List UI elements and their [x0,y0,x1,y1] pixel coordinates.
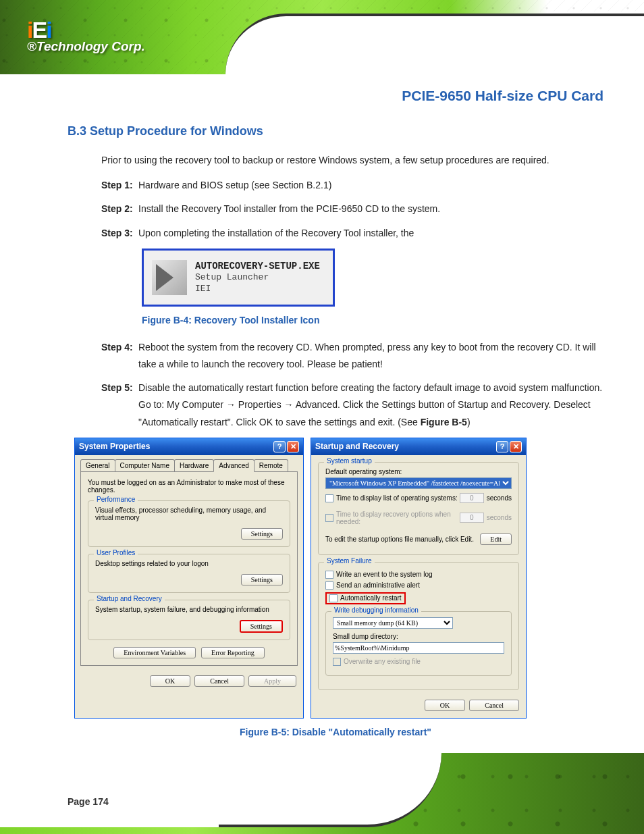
tab-remote[interactable]: Remote [254,459,288,471]
ok-button[interactable]: OK [425,700,465,711]
installer-icon [152,260,187,295]
footer-curve [219,753,441,827]
profiles-desc: Desktop settings related to your logon [95,560,283,567]
intro-paragraph: Prior to using the recovery tool to back… [101,152,603,169]
error-reporting-button[interactable]: Error Reporting [201,647,265,658]
arrow-icon: → [226,399,236,410]
auto-restart-highlight: Automatically restart [325,592,406,604]
sysprop-titlebar[interactable]: System Properties ? ✕ [75,438,303,455]
profiles-settings-button[interactable]: Settings [241,574,283,585]
write-event-checkbox[interactable] [325,571,333,579]
auto-restart-label: Automatically restart [340,594,402,602]
setup-exe-figure: AUTORECOVERY-SETUP.EXE Setup Launcher IE… [142,249,335,307]
tab-general[interactable]: General [80,459,115,471]
default-os-label: Default operating system: [325,468,512,475]
tab-computer-name[interactable]: Computer Name [115,459,175,471]
system-failure-title: System Failure [324,557,375,565]
display-recovery-checkbox [325,514,333,522]
advanced-panel: You must be logged on as an Administrato… [80,471,298,666]
sysprop-tabs: General Computer Name Hardware Advanced … [75,455,303,471]
display-recovery-label: Time to display recovery options when ne… [336,511,460,525]
section-heading: B.3 Setup Procedure for Windows [68,124,603,138]
step-3: Upon completing the installation of the … [101,225,603,242]
step-5: Disable the automatically restart functi… [101,380,603,431]
cancel-button[interactable]: Cancel [194,675,244,687]
overwrite-checkbox [333,658,341,666]
performance-group: Performance Visual effects, processor sc… [88,500,290,547]
close-icon[interactable]: ✕ [510,441,522,452]
startup-desc: System startup, system failure, and debu… [95,606,283,613]
display-list-spinner[interactable] [460,493,484,503]
performance-desc: Visual effects, processor scheduling, me… [95,506,283,521]
startup-recovery-dialog: Startup and Recovery ? ✕ System startup … [311,438,527,719]
help-icon[interactable]: ? [496,441,508,452]
step-2: Install the Recovery Tool installer from… [101,201,603,217]
profiles-title: User Profiles [94,549,138,556]
edit-button[interactable]: Edit [480,533,512,545]
auto-restart-checkbox[interactable] [329,594,338,602]
dump-dir-input[interactable] [333,642,504,654]
system-startup-group: System startup Default operating system:… [318,462,519,555]
performance-title: Performance [94,496,138,503]
system-properties-dialog: System Properties ? ✕ General Computer N… [74,438,304,719]
startup-settings-button[interactable]: Settings [240,620,283,633]
default-os-select[interactable]: "Microsoft Windows XP Embedded" /fastdet… [325,477,512,489]
admin-alert-label: Send an administrative alert [336,581,420,589]
brand-logo: iEi ®Technology Corp. [27,17,145,54]
ok-button[interactable]: OK [150,675,190,687]
sysprop-title: System Properties [79,442,150,451]
edit-note: To edit the startup options file manuall… [325,536,474,543]
tab-advanced[interactable]: Advanced [213,459,254,472]
write-event-label: Write an event to the system log [336,571,433,578]
startup-titlebar[interactable]: Startup and Recovery ? ✕ [311,438,526,455]
dump-type-select[interactable]: Small memory dump (64 KB) [333,617,453,629]
document-content: PCIE-9650 Half-size CPU Card B.3 Setup P… [68,88,603,773]
brand-tagline: ®Technology Corp. [27,39,145,54]
overwrite-label: Overwrite any existing file [344,658,421,665]
tab-hardware[interactable]: Hardware [174,459,214,471]
installer-text: AUTORECOVERY-SETUP.EXE Setup Launcher IE… [195,261,320,294]
header-banner: iEi ®Technology Corp. [0,0,644,74]
display-list-label: Time to display list of operating system… [336,494,458,502]
admin-note: You must be logged on as an Administrato… [88,479,290,494]
debug-info-title: Write debugging information [331,606,421,614]
display-recovery-spinner [460,513,484,523]
footer-banner [0,753,644,834]
env-variables-button[interactable]: Environment Variables [113,647,196,658]
admin-alert-checkbox[interactable] [325,581,333,590]
apply-button[interactable]: Apply [248,675,296,687]
close-icon[interactable]: ✕ [287,441,299,452]
help-icon[interactable]: ? [273,441,286,452]
footer-curve-left [0,753,257,827]
header-curve [225,14,644,74]
startup-recovery-group: Startup and Recovery System startup, sys… [88,600,290,640]
performance-settings-button[interactable]: Settings [241,528,283,540]
display-list-checkbox[interactable] [325,494,333,502]
arrow-icon: → [284,399,294,410]
dump-dir-label: Small dump directory: [333,633,504,640]
figure-b5-caption: Figure B-5: Disable "Automatically resta… [68,727,603,737]
system-startup-title: System startup [324,457,375,465]
startup-dialog-title: Startup and Recovery [315,442,399,451]
step-1: Hardware and BIOS setup (see Section B.2… [101,177,603,194]
page-number: Page 174 [68,796,109,807]
dialog-screenshots: System Properties ? ✕ General Computer N… [74,438,603,719]
startup-title: Startup and Recovery [94,595,165,602]
figure-b4-caption: Figure B-4: Recovery Tool Installer Icon [142,315,603,325]
cancel-button[interactable]: Cancel [469,700,519,711]
system-failure-group: System Failure Write an event to the sys… [318,562,519,690]
debug-info-group: Write debugging information Small memory… [325,611,512,676]
step-4: Reboot the system from the recovery CD. … [101,339,603,373]
user-profiles-group: User Profiles Desktop settings related t… [88,554,290,593]
page-title: PCIE-9650 Half-size CPU Card [68,88,603,104]
